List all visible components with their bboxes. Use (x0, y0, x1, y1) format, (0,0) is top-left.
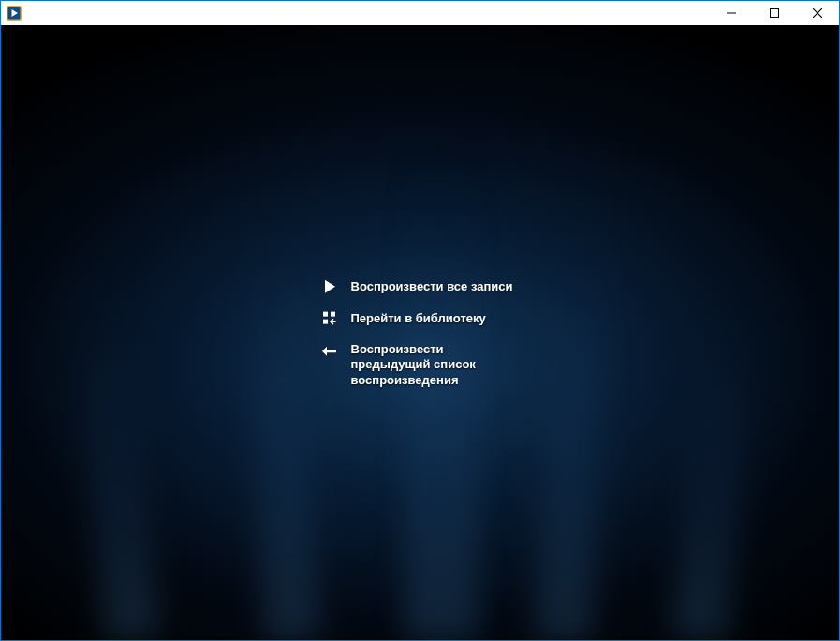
svg-rect-2 (727, 13, 736, 14)
window-controls (710, 1, 839, 25)
play-icon (321, 278, 338, 295)
play-all-button[interactable]: Воспроизвести все записи (321, 278, 520, 295)
app-icon (7, 6, 22, 21)
svg-rect-3 (771, 9, 779, 18)
titlebar (1, 1, 839, 25)
go-to-library-button[interactable]: Перейти в библиотеку (321, 310, 520, 327)
maximize-button[interactable] (753, 1, 796, 25)
library-icon (321, 310, 338, 327)
close-button[interactable] (796, 1, 839, 25)
play-all-label: Воспроизвести все записи (351, 279, 513, 294)
play-previous-playlist-button[interactable]: Воспроизвести предыдущий список воспроиз… (321, 342, 520, 388)
go-to-library-label: Перейти в библиотеку (351, 311, 486, 326)
minimize-button[interactable] (710, 1, 753, 25)
back-arrow-icon (321, 343, 338, 360)
start-menu: Воспроизвести все записи Перейти в библи… (321, 278, 520, 388)
svg-rect-4 (323, 312, 328, 317)
player-area: Воспроизвести все записи Перейти в библи… (1, 25, 839, 640)
svg-rect-5 (331, 312, 335, 317)
svg-rect-6 (323, 320, 328, 324)
play-previous-playlist-label: Воспроизвести предыдущий список воспроиз… (351, 342, 520, 388)
